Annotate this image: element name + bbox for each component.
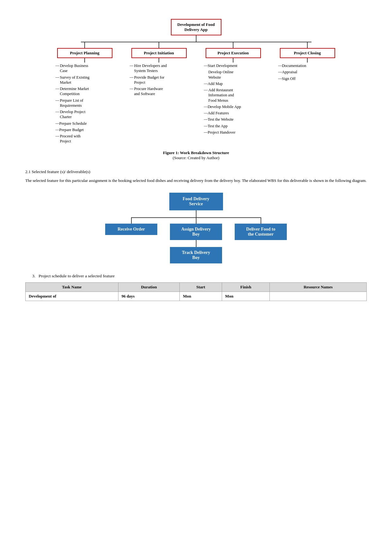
leaf-item: Develop ProjectCharter	[56, 109, 114, 120]
execution-leaves: Start Development Develop OnlineWebsite …	[204, 63, 262, 135]
col-finish: Finish	[222, 283, 269, 292]
wbs2-children-area: Receive Order Assign Delivery Boy Track …	[101, 217, 291, 263]
wbs1-children-area: Project Planning Develop BusinessCase Su…	[48, 42, 345, 145]
wbs2-root-v-line	[196, 210, 196, 217]
leaf-item: Develop BusinessCase	[56, 63, 114, 74]
leaf-item: Procure Hardwareand Software	[130, 86, 188, 97]
cell-duration: 96 days	[118, 292, 180, 301]
wbs2-track-node: Track Delivery Boy	[170, 247, 222, 263]
leaf-item: Documentation	[278, 63, 337, 69]
leaf-item: Appraisal	[278, 69, 337, 75]
leaf-item: Provide Budget forProject	[130, 74, 188, 86]
initiation-v-line2	[159, 58, 159, 63]
root-v-line	[196, 35, 196, 42]
wbs-diagram-1: Development of Food Delivery App Project…	[25, 19, 367, 145]
section-21: 2.1 Selected feature (s)/ deliverable(s)…	[25, 169, 367, 184]
planning-v-line2	[84, 58, 85, 63]
wbs2-deliver-col: Deliver Food to the Customer	[231, 217, 291, 240]
section3: 3. Project schedule to deliver a selecte…	[25, 274, 367, 279]
leaf-item: Add RestaurantInformation andFood Menus	[204, 87, 262, 104]
table-header-row: Task Name Duration Start Finish Resource…	[26, 283, 367, 292]
col-duration: Duration	[118, 283, 180, 292]
closing-node: Project Closing	[280, 48, 335, 58]
wbs1-row: Project Planning Develop BusinessCase Su…	[48, 42, 345, 145]
figure1-main: Figure 1: Work Breakdown Structure	[25, 150, 367, 155]
leaf-item: Add Features	[204, 110, 262, 116]
wbs-closing-col: Project Closing Documentation Appraisal …	[270, 42, 345, 82]
section21-para: The selected feature for this particular…	[25, 178, 367, 184]
wbs2-assign-node: Assign Delivery Boy	[170, 224, 222, 240]
leaf-item: Proceed withProject	[56, 133, 114, 145]
planning-leaves: Develop BusinessCase Survey of ExistingM…	[56, 63, 114, 145]
wbs-planning-col: Project Planning Develop BusinessCase Su…	[48, 42, 122, 145]
wbs-execution-col: Project Execution Start Development Deve…	[196, 42, 270, 135]
wbs2-assign-col: Assign Delivery Boy Track Delivery Boy	[166, 217, 226, 263]
wbs-initiation-col: Project Initiation Hire Developers andSy…	[122, 42, 196, 97]
wbs1-h-bar	[81, 42, 311, 42]
leaf-item: Add Map	[204, 81, 262, 87]
planning-node: Project Planning	[57, 48, 112, 58]
section21-heading: 2.1 Selected feature (s)/ deliverable(s)	[25, 169, 367, 174]
leaf-item: Determine MarketCompetition	[56, 86, 114, 97]
wbs-root-node: Development of Food Delivery App	[171, 19, 221, 35]
section3-heading: 3. Project schedule to deliver a selecte…	[32, 274, 367, 279]
wbs-root-line2: Delivery App	[184, 27, 208, 32]
leaf-item: Hire Developers andSystem Testers	[130, 63, 188, 74]
cell-resource	[270, 292, 367, 301]
leaf-item: Develop Mobile App	[204, 104, 262, 110]
table-row: Development of 96 days Mon Mon	[26, 292, 367, 301]
leaf-item: Project Handover	[204, 129, 262, 135]
wbs2-root-node: Food Delivery Service	[169, 193, 223, 210]
leaf-item: Prepare List ofRequirements	[56, 97, 114, 109]
leaf-item: Test the App	[204, 123, 262, 129]
leaf-item: Sign Off	[278, 75, 337, 82]
wbs2-receive-col: Receive Order	[101, 217, 161, 235]
wbs-diagram-2: Food Delivery Service Receive Order Assi…	[25, 193, 367, 263]
wbs-root-line1: Development of Food	[177, 22, 214, 27]
closing-leaves: Documentation Appraisal Sign Off	[278, 63, 337, 82]
execution-v-line	[233, 42, 233, 48]
wbs2-row: Receive Order Assign Delivery Boy Track …	[101, 217, 291, 263]
wbs2-h-bar	[131, 217, 261, 218]
leaf-item: Prepare Schedule	[56, 120, 114, 127]
cell-finish: Mon	[222, 292, 269, 301]
cell-start: Mon	[180, 292, 222, 301]
initiation-v-line	[159, 42, 159, 48]
figure1-source: (Source: Created by Author)	[25, 155, 367, 160]
leaf-item: Start Development	[204, 63, 262, 69]
planning-v-line	[84, 42, 85, 48]
figure1-caption: Figure 1: Work Breakdown Structure (Sour…	[25, 150, 367, 160]
closing-v-line2	[307, 58, 308, 63]
col-task: Task Name	[26, 283, 118, 292]
col-resource: Resource Names	[270, 283, 367, 292]
execution-v-line2	[233, 58, 233, 63]
initiation-node: Project Initiation	[131, 48, 187, 58]
wbs2-deliver-node: Deliver Food to the Customer	[235, 224, 287, 240]
wbs2-receive-node: Receive Order	[105, 224, 157, 235]
initiation-leaves: Hire Developers andSystem Testers Provid…	[130, 63, 188, 97]
leaf-item: Develop OnlineWebsite	[204, 69, 262, 81]
schedule-table: Task Name Duration Start Finish Resource…	[25, 282, 367, 301]
leaf-item: Test the Website	[204, 116, 262, 123]
cell-task: Development of	[26, 292, 118, 301]
col-start: Start	[180, 283, 222, 292]
leaf-item: Survey of ExistingMarket	[56, 74, 114, 86]
closing-v-line	[307, 42, 308, 48]
execution-node: Project Execution	[206, 48, 261, 58]
leaf-item: Prepare Budget	[56, 127, 114, 133]
